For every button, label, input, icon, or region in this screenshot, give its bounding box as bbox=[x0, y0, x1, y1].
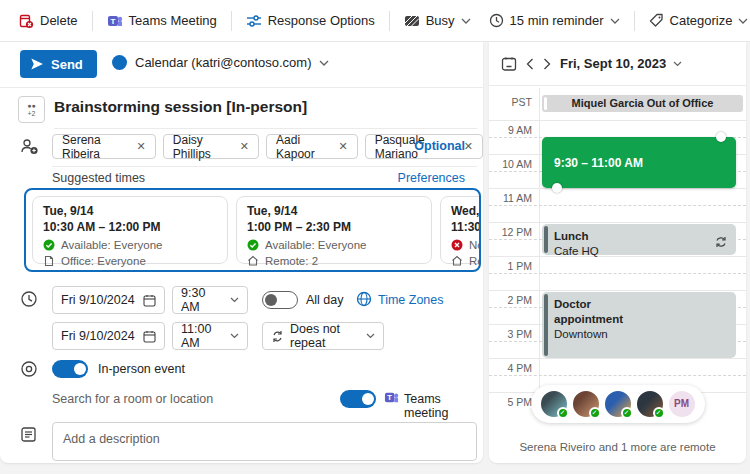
reminder-value: 15 min reminder bbox=[510, 13, 604, 28]
selected-event-block[interactable]: 9:30 – 11:00 AM bbox=[542, 137, 736, 188]
status-available-badge: ✓ bbox=[589, 407, 601, 419]
status-available-badge: ✓ bbox=[653, 407, 665, 419]
end-date-field[interactable]: Fri 9/10/2024 bbox=[52, 322, 165, 350]
end-time-dropdown[interactable]: 11:00 AM bbox=[172, 322, 248, 350]
chevron-down-icon bbox=[461, 18, 471, 24]
attendee-avatar-group[interactable]: ✓ ✓ ✓ ✓ PM bbox=[531, 385, 705, 423]
home-icon bbox=[247, 255, 259, 267]
show-as-dropdown[interactable]: Busy bbox=[396, 7, 479, 34]
office-icon bbox=[43, 255, 55, 267]
available-check-icon bbox=[43, 239, 55, 251]
attendee-count-icon: ●●+2 bbox=[18, 96, 45, 123]
date-picker-dropdown[interactable]: Fri, Sept 10, 2023 bbox=[560, 56, 682, 71]
toolbar-separator bbox=[231, 11, 232, 31]
resize-handle-bottom[interactable] bbox=[552, 183, 562, 193]
home-icon bbox=[451, 255, 463, 267]
send-icon bbox=[30, 57, 44, 71]
suggested-time-card[interactable]: Wed, 9/111:30 AM Not av Remot bbox=[440, 196, 481, 264]
send-button[interactable]: Send bbox=[20, 50, 97, 78]
calendar-account-dropdown[interactable]: Calendar (katri@contoso.com) bbox=[112, 55, 329, 70]
suggested-times-carousel: Tue, 9/1410:30 AM – 12:00 PM Available: … bbox=[24, 188, 481, 272]
teams-meeting-toggle-label: Teams meeting bbox=[404, 392, 483, 420]
repeat-icon bbox=[271, 330, 284, 343]
reminder-dropdown[interactable]: 15 min reminder bbox=[481, 7, 628, 34]
calendar-color-dot bbox=[112, 55, 127, 70]
time-icon bbox=[20, 290, 38, 308]
avatar: ✓ bbox=[539, 389, 569, 419]
hour-row[interactable]: 1 PM bbox=[489, 256, 746, 290]
in-person-toggle[interactable] bbox=[52, 360, 88, 378]
status-available-badge: ✓ bbox=[557, 407, 569, 419]
next-day-button[interactable] bbox=[543, 58, 551, 70]
remove-attendee-icon[interactable]: ✕ bbox=[240, 140, 249, 153]
all-day-row: PST Miquel Garcia Out of Office bbox=[489, 88, 746, 120]
repeat-dropdown[interactable]: Does not repeat bbox=[262, 322, 384, 350]
status-available-badge: ✓ bbox=[621, 407, 633, 419]
suggested-time-card[interactable]: Tue, 9/141:00 PM – 2:30 PM Available: Ev… bbox=[236, 196, 432, 264]
busy-icon bbox=[404, 14, 420, 28]
location-icon bbox=[20, 360, 38, 378]
clock-icon bbox=[489, 13, 504, 28]
all-day-toggle[interactable] bbox=[262, 291, 298, 309]
teams-meeting-button[interactable]: T Teams Meeting bbox=[99, 7, 225, 35]
start-date-field[interactable]: Fri 9/10/2024 bbox=[52, 286, 165, 314]
avatar: ✓ bbox=[635, 389, 665, 419]
divider bbox=[0, 87, 483, 88]
response-options-button[interactable]: Response Options bbox=[238, 7, 383, 35]
response-options-label: Response Options bbox=[268, 13, 375, 28]
globe-icon bbox=[356, 291, 372, 307]
categorize-dropdown[interactable]: Categorize bbox=[641, 7, 750, 34]
chevron-down-icon bbox=[366, 333, 375, 339]
busy-value: Busy bbox=[426, 13, 455, 28]
chevron-down-icon bbox=[610, 18, 620, 24]
all-day-label: All day bbox=[306, 293, 344, 307]
lunch-event-block[interactable]: Lunch Cafe HQ bbox=[542, 224, 736, 255]
event-toolbar: Delete T Teams Meeting Response Options … bbox=[0, 0, 750, 42]
event-title-input[interactable]: Brainstorming session [In-person] bbox=[54, 98, 307, 116]
resize-handle-top[interactable] bbox=[716, 132, 726, 142]
timezone-label: PST bbox=[489, 96, 532, 108]
calendar-icon bbox=[143, 330, 156, 343]
preferences-link[interactable]: Preferences bbox=[398, 171, 465, 185]
time-zones-link[interactable]: Time Zones bbox=[378, 293, 444, 307]
attendee-chip[interactable]: Daisy Phillips✕ bbox=[163, 134, 259, 159]
toolbar-separator bbox=[389, 11, 390, 31]
add-attendees-icon bbox=[20, 137, 39, 156]
remove-attendee-icon[interactable]: ✕ bbox=[338, 140, 347, 153]
teams-meeting-label: Teams Meeting bbox=[129, 13, 217, 28]
suggested-times-label: Suggested times bbox=[52, 171, 145, 185]
all-day-event[interactable]: Miquel Garcia Out of Office bbox=[542, 95, 743, 112]
sliders-icon bbox=[246, 13, 262, 29]
hour-row[interactable]: 11 AM bbox=[489, 188, 746, 222]
calendar-day-icon[interactable] bbox=[501, 56, 517, 72]
description-icon bbox=[20, 426, 37, 443]
suggested-time-card[interactable]: Tue, 9/1410:30 AM – 12:00 PM Available: … bbox=[32, 196, 228, 264]
remote-attendees-footer: ✓ ✓ ✓ ✓ PM Serena Riveiro and 1 more are… bbox=[489, 399, 746, 463]
calendar-day-panel: Fri, Sept 10, 2023 PST Miquel Garcia Out… bbox=[489, 42, 746, 463]
calendar-day-header: Fri, Sept 10, 2023 bbox=[489, 42, 746, 86]
chevron-down-icon bbox=[319, 60, 329, 66]
attendee-chip[interactable]: Aadi Kapoor✕ bbox=[266, 134, 358, 159]
event-compose-panel: Send Calendar (katri@contoso.com) ●●+2 B… bbox=[0, 42, 483, 463]
optional-attendees-link[interactable]: Optional bbox=[414, 139, 465, 153]
description-input[interactable]: Add a description bbox=[52, 422, 477, 461]
start-time-dropdown[interactable]: 9:30 AM bbox=[172, 286, 248, 314]
chevron-down-icon bbox=[230, 297, 239, 303]
attendee-chip[interactable]: Serena Ribeira✕ bbox=[52, 134, 156, 159]
room-search-input[interactable]: Search for a room or location bbox=[52, 392, 213, 406]
delete-icon bbox=[18, 13, 34, 29]
delete-button[interactable]: Delete bbox=[10, 7, 86, 35]
remove-attendee-icon[interactable]: ✕ bbox=[464, 140, 473, 153]
prev-day-button[interactable] bbox=[526, 58, 534, 70]
svg-text:T: T bbox=[110, 17, 115, 26]
teams-icon: T bbox=[384, 390, 399, 405]
remove-attendee-icon[interactable]: ✕ bbox=[137, 140, 146, 153]
avatar: ✓ bbox=[571, 389, 601, 419]
teams-icon: T bbox=[107, 13, 123, 29]
avatar-initials: PM bbox=[667, 389, 697, 419]
tag-icon bbox=[649, 13, 664, 28]
toolbar-separator bbox=[92, 11, 93, 31]
teams-meeting-toggle[interactable] bbox=[340, 390, 376, 408]
doctor-event-block[interactable]: Doctor appointment Downtown bbox=[542, 292, 736, 358]
recurring-icon bbox=[714, 236, 728, 248]
